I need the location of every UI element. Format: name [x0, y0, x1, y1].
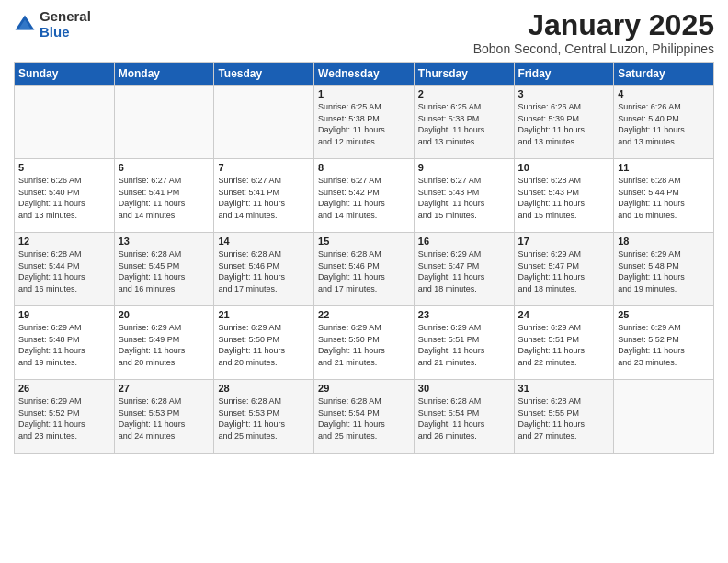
- calendar-cell-w4-d4: 22Sunrise: 6:29 AM Sunset: 5:50 PM Dayli…: [314, 306, 415, 380]
- calendar-cell-w5-d5: 30Sunrise: 6:28 AM Sunset: 5:54 PM Dayli…: [414, 380, 514, 454]
- calendar-cell-w1-d2: [114, 86, 214, 159]
- day-info: Sunrise: 6:28 AM Sunset: 5:45 PM Dayligh…: [119, 248, 210, 294]
- page: General Blue January 2025 Bobon Second, …: [0, 0, 728, 563]
- day-info: Sunrise: 6:28 AM Sunset: 5:53 PM Dayligh…: [119, 396, 210, 442]
- day-info: Sunrise: 6:25 AM Sunset: 5:38 PM Dayligh…: [418, 101, 510, 147]
- day-number: 29: [318, 383, 410, 394]
- calendar-cell-w5-d4: 29Sunrise: 6:28 AM Sunset: 5:54 PM Dayli…: [314, 380, 415, 454]
- calendar-cell-w5-d6: 31Sunrise: 6:28 AM Sunset: 5:55 PM Dayli…: [514, 380, 614, 454]
- day-number: 31: [518, 383, 610, 394]
- day-number: 9: [418, 162, 510, 173]
- day-info: Sunrise: 6:29 AM Sunset: 5:51 PM Dayligh…: [418, 322, 510, 368]
- calendar-cell-w2-d5: 9Sunrise: 6:27 AM Sunset: 5:43 PM Daylig…: [414, 159, 514, 233]
- day-number: 25: [618, 309, 710, 320]
- calendar-week-1: 1Sunrise: 6:25 AM Sunset: 5:38 PM Daylig…: [15, 86, 714, 159]
- calendar-cell-w4-d3: 21Sunrise: 6:29 AM Sunset: 5:50 PM Dayli…: [214, 306, 314, 380]
- day-number: 4: [618, 88, 710, 99]
- day-number: 20: [119, 309, 210, 320]
- day-info: Sunrise: 6:27 AM Sunset: 5:42 PM Dayligh…: [318, 175, 410, 221]
- calendar-cell-w2-d6: 10Sunrise: 6:28 AM Sunset: 5:43 PM Dayli…: [514, 159, 614, 233]
- day-info: Sunrise: 6:29 AM Sunset: 5:52 PM Dayligh…: [618, 322, 710, 368]
- calendar-cell-w1-d1: [15, 86, 115, 159]
- day-number: 12: [18, 236, 110, 247]
- logo: General Blue: [14, 9, 91, 40]
- calendar-cell-w4-d1: 19Sunrise: 6:29 AM Sunset: 5:48 PM Dayli…: [15, 306, 115, 380]
- day-number: 5: [18, 162, 110, 173]
- logo-icon: [14, 14, 36, 36]
- day-number: 23: [418, 309, 510, 320]
- header-monday: Monday: [114, 63, 214, 86]
- day-info: Sunrise: 6:29 AM Sunset: 5:49 PM Dayligh…: [119, 322, 210, 368]
- calendar-week-2: 5Sunrise: 6:26 AM Sunset: 5:40 PM Daylig…: [15, 159, 714, 233]
- header-thursday: Thursday: [414, 63, 514, 86]
- day-number: 27: [119, 383, 210, 394]
- day-number: 22: [318, 309, 410, 320]
- calendar-cell-w3-d1: 12Sunrise: 6:28 AM Sunset: 5:44 PM Dayli…: [15, 233, 115, 306]
- logo-general-text: General: [40, 9, 91, 25]
- day-number: 28: [218, 383, 310, 394]
- calendar-cell-w2-d3: 7Sunrise: 6:27 AM Sunset: 5:41 PM Daylig…: [214, 159, 314, 233]
- day-number: 24: [518, 309, 610, 320]
- month-year: January 2025: [473, 9, 714, 41]
- calendar-header-row: Sunday Monday Tuesday Wednesday Thursday…: [15, 63, 714, 86]
- day-info: Sunrise: 6:28 AM Sunset: 5:44 PM Dayligh…: [618, 175, 710, 221]
- day-number: 8: [318, 162, 410, 173]
- day-number: 11: [618, 162, 710, 173]
- day-number: 7: [218, 162, 310, 173]
- day-info: Sunrise: 6:28 AM Sunset: 5:54 PM Dayligh…: [418, 396, 510, 442]
- day-number: 14: [218, 236, 310, 247]
- day-info: Sunrise: 6:25 AM Sunset: 5:38 PM Dayligh…: [318, 101, 410, 147]
- day-info: Sunrise: 6:29 AM Sunset: 5:48 PM Dayligh…: [18, 322, 110, 368]
- day-number: 10: [518, 162, 610, 173]
- calendar-cell-w3-d4: 15Sunrise: 6:28 AM Sunset: 5:46 PM Dayli…: [314, 233, 415, 306]
- day-info: Sunrise: 6:26 AM Sunset: 5:40 PM Dayligh…: [18, 175, 110, 221]
- calendar-week-5: 26Sunrise: 6:29 AM Sunset: 5:52 PM Dayli…: [15, 380, 714, 454]
- day-info: Sunrise: 6:29 AM Sunset: 5:47 PM Dayligh…: [418, 248, 510, 294]
- calendar-cell-w3-d6: 17Sunrise: 6:29 AM Sunset: 5:47 PM Dayli…: [514, 233, 614, 306]
- day-info: Sunrise: 6:29 AM Sunset: 5:52 PM Dayligh…: [18, 396, 110, 442]
- day-info: Sunrise: 6:27 AM Sunset: 5:41 PM Dayligh…: [119, 175, 210, 221]
- day-number: 18: [618, 236, 710, 247]
- day-info: Sunrise: 6:28 AM Sunset: 5:54 PM Dayligh…: [318, 396, 410, 442]
- day-number: 13: [119, 236, 210, 247]
- day-number: 2: [418, 88, 510, 99]
- calendar-cell-w3-d7: 18Sunrise: 6:29 AM Sunset: 5:48 PM Dayli…: [614, 233, 714, 306]
- calendar-cell-w5-d3: 28Sunrise: 6:28 AM Sunset: 5:53 PM Dayli…: [214, 380, 314, 454]
- day-info: Sunrise: 6:29 AM Sunset: 5:47 PM Dayligh…: [518, 248, 610, 294]
- calendar-cell-w4-d5: 23Sunrise: 6:29 AM Sunset: 5:51 PM Dayli…: [414, 306, 514, 380]
- day-info: Sunrise: 6:28 AM Sunset: 5:46 PM Dayligh…: [218, 248, 310, 294]
- calendar-cell-w1-d3: [214, 86, 314, 159]
- day-number: 19: [18, 309, 110, 320]
- calendar-week-3: 12Sunrise: 6:28 AM Sunset: 5:44 PM Dayli…: [15, 233, 714, 306]
- calendar-cell-w1-d7: 4Sunrise: 6:26 AM Sunset: 5:40 PM Daylig…: [614, 86, 714, 159]
- calendar-cell-w1-d5: 2Sunrise: 6:25 AM Sunset: 5:38 PM Daylig…: [414, 86, 514, 159]
- title-block: January 2025 Bobon Second, Central Luzon…: [473, 9, 714, 56]
- calendar-cell-w3-d5: 16Sunrise: 6:29 AM Sunset: 5:47 PM Dayli…: [414, 233, 514, 306]
- day-info: Sunrise: 6:27 AM Sunset: 5:43 PM Dayligh…: [418, 175, 510, 221]
- logo-blue-text: Blue: [40, 25, 91, 40]
- calendar-cell-w4-d6: 24Sunrise: 6:29 AM Sunset: 5:51 PM Dayli…: [514, 306, 614, 380]
- calendar-cell-w4-d7: 25Sunrise: 6:29 AM Sunset: 5:52 PM Dayli…: [614, 306, 714, 380]
- day-info: Sunrise: 6:29 AM Sunset: 5:48 PM Dayligh…: [618, 248, 710, 294]
- day-number: 16: [418, 236, 510, 247]
- header-friday: Friday: [514, 63, 614, 86]
- header-sunday: Sunday: [15, 63, 115, 86]
- header-wednesday: Wednesday: [314, 63, 415, 86]
- calendar-cell-w3-d2: 13Sunrise: 6:28 AM Sunset: 5:45 PM Dayli…: [114, 233, 214, 306]
- day-info: Sunrise: 6:29 AM Sunset: 5:50 PM Dayligh…: [218, 322, 310, 368]
- day-info: Sunrise: 6:28 AM Sunset: 5:44 PM Dayligh…: [18, 248, 110, 294]
- calendar: Sunday Monday Tuesday Wednesday Thursday…: [14, 62, 714, 454]
- day-number: 1: [318, 88, 410, 99]
- calendar-cell-w4-d2: 20Sunrise: 6:29 AM Sunset: 5:49 PM Dayli…: [114, 306, 214, 380]
- calendar-cell-w2-d7: 11Sunrise: 6:28 AM Sunset: 5:44 PM Dayli…: [614, 159, 714, 233]
- day-info: Sunrise: 6:26 AM Sunset: 5:40 PM Dayligh…: [618, 101, 710, 147]
- day-number: 17: [518, 236, 610, 247]
- calendar-cell-w2-d4: 8Sunrise: 6:27 AM Sunset: 5:42 PM Daylig…: [314, 159, 415, 233]
- day-number: 30: [418, 383, 510, 394]
- day-info: Sunrise: 6:26 AM Sunset: 5:39 PM Dayligh…: [518, 101, 610, 147]
- day-info: Sunrise: 6:29 AM Sunset: 5:50 PM Dayligh…: [318, 322, 410, 368]
- location: Bobon Second, Central Luzon, Philippines: [473, 41, 714, 56]
- header: General Blue January 2025 Bobon Second, …: [14, 9, 714, 56]
- calendar-cell-w1-d4: 1Sunrise: 6:25 AM Sunset: 5:38 PM Daylig…: [314, 86, 415, 159]
- calendar-cell-w2-d1: 5Sunrise: 6:26 AM Sunset: 5:40 PM Daylig…: [15, 159, 115, 233]
